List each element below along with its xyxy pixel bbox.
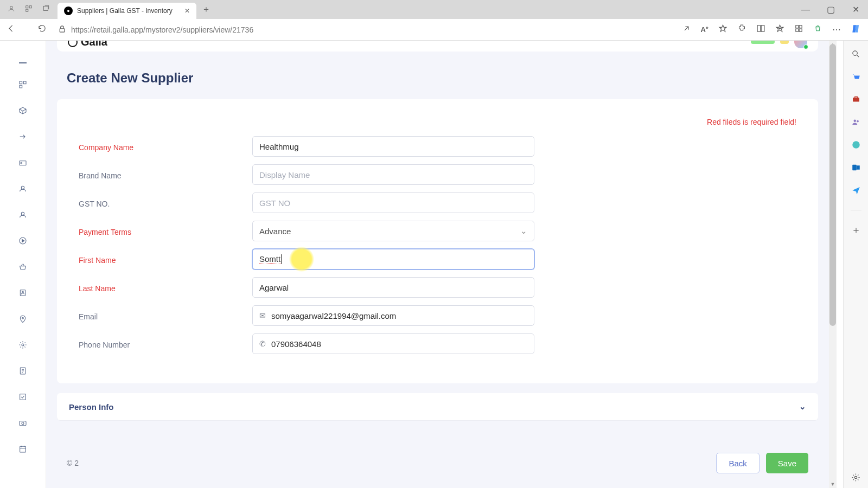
back-button[interactable]: Back bbox=[716, 453, 759, 473]
svg-point-27 bbox=[22, 422, 24, 425]
svg-rect-10 bbox=[796, 29, 799, 31]
status-pill bbox=[751, 41, 775, 44]
sidebar-arrow-icon[interactable] bbox=[18, 132, 28, 142]
phone-input[interactable] bbox=[271, 334, 527, 354]
shopping-icon[interactable] bbox=[813, 24, 822, 35]
sidebar-location-icon[interactable] bbox=[18, 314, 28, 324]
minimize-button[interactable]: ― bbox=[793, 0, 818, 19]
profile-icon[interactable] bbox=[8, 5, 15, 15]
svg-rect-3 bbox=[26, 9, 28, 11]
browser-essentials-icon[interactable] bbox=[794, 24, 803, 35]
svg-rect-11 bbox=[799, 29, 802, 31]
more-menu-button[interactable]: ⋯ bbox=[832, 24, 841, 35]
label-last: Last Name bbox=[79, 282, 252, 293]
svg-point-22 bbox=[22, 317, 24, 319]
maximize-button[interactable]: ▢ bbox=[818, 0, 843, 19]
label-phone: Phone Number bbox=[79, 338, 252, 349]
rail-shopping-icon[interactable] bbox=[851, 71, 861, 82]
payment-terms-select[interactable]: Advance ⌄ bbox=[252, 221, 534, 241]
sidebar-collapse-icon[interactable] bbox=[19, 62, 27, 63]
split-screen-icon[interactable] bbox=[756, 24, 765, 35]
rail-people-icon[interactable] bbox=[851, 117, 861, 127]
label-payment: Payment Terms bbox=[79, 226, 252, 236]
edge-sidebar: ＋ bbox=[843, 41, 868, 488]
nav-refresh-button[interactable] bbox=[37, 24, 47, 35]
brand-name-input[interactable] bbox=[252, 164, 534, 185]
close-window-button[interactable]: ✕ bbox=[843, 0, 868, 19]
sidebar-dashboard-icon[interactable] bbox=[18, 80, 28, 89]
svg-point-21 bbox=[22, 291, 24, 293]
open-external-icon[interactable] bbox=[682, 24, 691, 35]
avatar[interactable] bbox=[794, 41, 807, 48]
favorite-icon[interactable] bbox=[718, 24, 727, 35]
scroll-thumb[interactable] bbox=[829, 44, 836, 326]
sidebar-report-icon[interactable] bbox=[18, 366, 28, 376]
vertical-scrollbar[interactable]: ▲ ▼ bbox=[829, 41, 837, 488]
svg-rect-1 bbox=[26, 5, 28, 8]
sidebar-card-icon[interactable] bbox=[18, 158, 28, 168]
svg-rect-26 bbox=[20, 421, 26, 426]
svg-rect-35 bbox=[856, 165, 859, 170]
read-aloud-icon[interactable]: A» bbox=[701, 25, 709, 34]
scroll-down-icon[interactable]: ▼ bbox=[829, 480, 837, 488]
svg-rect-4 bbox=[43, 6, 48, 10]
sidebar-calendar-icon[interactable] bbox=[18, 444, 28, 454]
brand-logo[interactable]: Galla bbox=[68, 41, 107, 48]
collections-icon[interactable] bbox=[775, 24, 784, 35]
extensions-icon[interactable] bbox=[737, 24, 746, 35]
sidebar-contacts-icon[interactable] bbox=[18, 288, 28, 298]
sidebar-forward-icon[interactable] bbox=[18, 236, 28, 246]
status-pill-2 bbox=[780, 41, 789, 44]
rail-settings-icon[interactable] bbox=[851, 472, 861, 483]
site-lock-icon[interactable] bbox=[58, 24, 67, 35]
nav-back-button[interactable] bbox=[7, 24, 16, 35]
rail-outlook-icon[interactable] bbox=[851, 162, 861, 173]
rail-add-icon[interactable]: ＋ bbox=[851, 224, 861, 235]
form-card: Red fileds is required field! Company Na… bbox=[57, 99, 818, 383]
sidebar-user2-icon[interactable] bbox=[18, 210, 28, 220]
email-input[interactable] bbox=[271, 306, 527, 325]
company-name-input[interactable] bbox=[252, 136, 534, 157]
svg-rect-5 bbox=[60, 28, 65, 31]
gst-no-input[interactable] bbox=[252, 192, 534, 213]
person-info-section[interactable]: Person Info ⌄ bbox=[57, 393, 818, 420]
svg-point-17 bbox=[21, 186, 24, 189]
sidebar-user-icon[interactable] bbox=[18, 184, 28, 194]
tab-close-icon[interactable]: ✕ bbox=[184, 7, 190, 15]
sidebar-check-icon[interactable] bbox=[18, 392, 28, 402]
svg-point-32 bbox=[857, 120, 859, 123]
label-first: First Name bbox=[79, 254, 252, 265]
rail-send-icon[interactable] bbox=[851, 185, 861, 196]
rail-image-icon[interactable] bbox=[851, 139, 861, 150]
svg-point-31 bbox=[853, 120, 856, 123]
rail-tools-icon[interactable] bbox=[851, 94, 861, 105]
workspaces-icon[interactable] bbox=[25, 5, 33, 15]
rail-separator bbox=[851, 210, 861, 210]
svg-rect-8 bbox=[796, 25, 799, 28]
phone-field-wrapper: ✆ bbox=[252, 333, 534, 354]
sidebar-basket-icon[interactable] bbox=[18, 262, 28, 272]
chevron-down-icon: ⌄ bbox=[799, 402, 806, 412]
url-field[interactable]: https://retail.galla.app/mystorev2/suppl… bbox=[53, 24, 675, 35]
browser-tab[interactable]: ● Suppliers | Galla GST - Inventory ✕ bbox=[58, 3, 196, 19]
svg-point-0 bbox=[10, 6, 13, 9]
new-tab-button[interactable]: ＋ bbox=[202, 4, 210, 15]
svg-rect-6 bbox=[757, 25, 761, 31]
sidebar-settings-icon[interactable] bbox=[18, 340, 28, 350]
svg-rect-28 bbox=[20, 446, 26, 452]
main-content: Galla Create New Supplier Red fileds is … bbox=[46, 41, 829, 488]
rail-search-icon[interactable] bbox=[851, 48, 861, 59]
tab-overview-icon[interactable] bbox=[42, 5, 50, 15]
copyright: © 2 bbox=[67, 459, 79, 467]
first-name-input[interactable]: Somtt bbox=[252, 249, 534, 269]
email-field-wrapper: ✉ bbox=[252, 305, 534, 326]
brand-text: Galla bbox=[81, 41, 107, 48]
sidebar-camera-icon[interactable] bbox=[18, 418, 28, 428]
browser-addressbar: https://retail.galla.app/mystorev2/suppl… bbox=[0, 19, 868, 41]
svg-point-36 bbox=[854, 476, 857, 478]
sidebar-box-icon[interactable] bbox=[18, 106, 28, 115]
save-button[interactable]: Save bbox=[766, 453, 808, 473]
copilot-icon[interactable] bbox=[851, 23, 861, 36]
last-name-input[interactable] bbox=[252, 277, 534, 298]
label-brand: Brand Name bbox=[79, 169, 252, 180]
